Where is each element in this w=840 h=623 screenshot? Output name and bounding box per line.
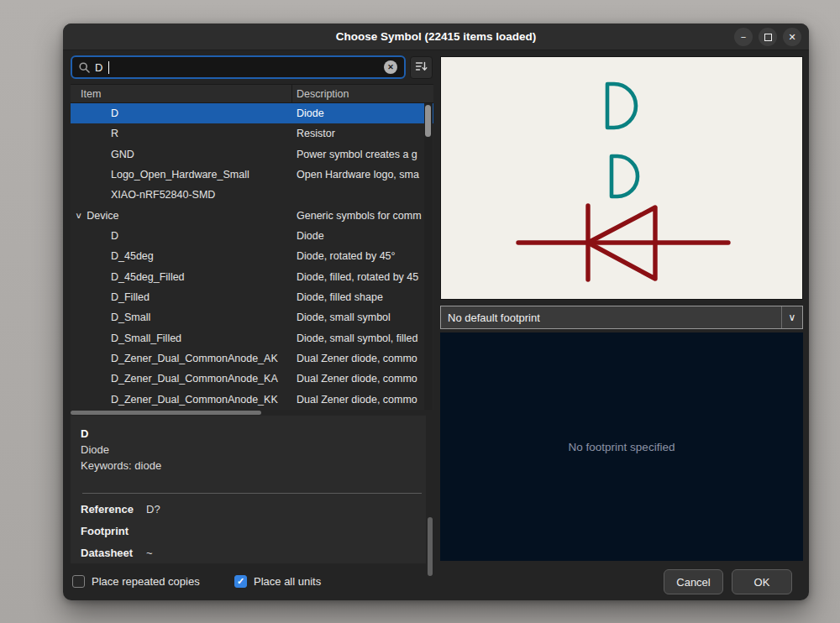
table-row[interactable]: RResistor	[71, 123, 433, 144]
table-row[interactable]: D_Small_FilledDiode, small symbol, fille…	[71, 328, 433, 348]
choose-symbol-dialog: Choose Symbol (22415 items loaded) − ✕ D…	[63, 24, 809, 600]
description-cell: Dual Zener diode, commo	[292, 373, 427, 385]
item-cell: R	[71, 128, 292, 139]
item-cell: XIAO-nRF52840-SMD	[71, 189, 292, 201]
details-scrollbar-thumb[interactable]	[428, 517, 433, 576]
description-cell: Diode, small symbol, filled	[292, 332, 427, 344]
item-label: D_45deg	[111, 250, 154, 262]
search-icon	[79, 62, 90, 73]
tree-vertical-scrollbar-track[interactable]	[424, 103, 433, 410]
table-row[interactable]: GNDPower symbol creates a g	[71, 144, 433, 165]
sort-icon	[415, 60, 428, 76]
close-button[interactable]: ✕	[783, 28, 801, 46]
table-row[interactable]: Logo_Open_Hardware_SmallOpen Hardware lo…	[71, 165, 433, 185]
sort-options-button[interactable]	[410, 56, 433, 79]
table-row[interactable]: D_Zener_Dual_CommonAnode_AKDual Zener di…	[71, 348, 433, 369]
item-label: GND	[111, 149, 134, 160]
item-label: Device	[87, 210, 118, 222]
description-cell: Generic symbols for comm	[292, 210, 427, 222]
table-row[interactable]: D_Zener_Dual_CommonAnode_KKDual Zener di…	[71, 390, 433, 410]
symbol-preview-canvas[interactable]	[440, 56, 803, 300]
item-label: D_Small	[111, 312, 150, 323]
checkbox-label: Place repeated copies	[92, 575, 200, 588]
footprint-select-value: No default footprint	[441, 312, 540, 324]
item-label: D	[111, 107, 118, 119]
clear-search-icon[interactable]: ✕	[384, 60, 397, 74]
tree-expander-icon[interactable]: ∨	[75, 211, 82, 220]
description-cell: Diode, rotated by 45°	[292, 250, 427, 262]
table-row[interactable]: D_45deg_FilledDiode, filled, rotated by …	[71, 267, 433, 287]
field-value: ~	[146, 547, 153, 559]
item-cell: D	[71, 107, 292, 119]
search-input[interactable]: D ✕	[71, 55, 406, 79]
field-label: Reference	[81, 503, 146, 516]
item-cell: D_Small	[71, 312, 292, 323]
maximize-icon	[764, 34, 772, 41]
value-letter	[612, 156, 638, 196]
description-cell: Diode	[292, 107, 427, 119]
description-cell: Open Hardware logo, sma	[292, 169, 427, 181]
column-header-item[interactable]: Item	[71, 85, 292, 102]
detail-field-row: Footprint	[81, 525, 423, 537]
item-cell: ∨Device	[71, 210, 292, 222]
item-label: D_Zener_Dual_CommonAnode_KK	[111, 394, 278, 406]
cancel-button[interactable]: Cancel	[664, 569, 723, 594]
window-controls: − ✕	[734, 28, 801, 46]
item-label: D_Zener_Dual_CommonAnode_AK	[111, 353, 278, 364]
column-header-description[interactable]: Description	[292, 88, 349, 100]
table-row[interactable]: ∨DeviceGeneric symbols for comm	[71, 206, 433, 226]
checkbox-label: Place all units	[254, 575, 321, 588]
item-cell: D_Zener_Dual_CommonAnode_KA	[71, 373, 292, 385]
tree-vertical-scrollbar-thumb[interactable]	[425, 105, 431, 137]
symbol-tree[interactable]: DDiodeRResistorGNDPower symbol creates a…	[71, 103, 433, 410]
item-cell: D_Filled	[71, 291, 292, 303]
item-cell: GND	[71, 149, 292, 160]
table-header: Item Description	[71, 84, 433, 103]
diode-symbol-drawing	[441, 57, 802, 299]
text-cursor	[108, 61, 109, 74]
minimize-icon: −	[741, 33, 746, 42]
search-value: D	[95, 61, 102, 74]
item-cell: D	[71, 230, 292, 242]
place-all-units-checkbox[interactable]: ✓ Place all units	[234, 575, 321, 588]
table-row[interactable]: DDiode	[71, 103, 433, 123]
table-row[interactable]: D_FilledDiode, filled shape	[71, 287, 433, 307]
reference-letter	[607, 84, 636, 128]
footprint-select[interactable]: No default footprint ∨	[440, 306, 803, 329]
item-cell: D_45deg_Filled	[71, 271, 292, 283]
maximize-button[interactable]	[759, 28, 777, 46]
tree-horizontal-scrollbar-thumb[interactable]	[71, 411, 261, 415]
footprint-message: No footprint specified	[569, 441, 675, 453]
item-label: D_Small_Filled	[111, 332, 181, 344]
field-label: Datasheet	[81, 547, 146, 559]
table-row[interactable]: DDiode	[71, 226, 433, 246]
description-cell: Dual Zener diode, commo	[292, 353, 427, 364]
table-row[interactable]: D_SmallDiode, small symbol	[71, 307, 433, 327]
place-repeated-copies-checkbox[interactable]: Place repeated copies	[72, 575, 200, 588]
description-cell: Power symbol creates a g	[292, 149, 427, 160]
detail-fields: ReferenceD?FootprintDatasheet~	[81, 503, 423, 559]
description-cell: Diode	[292, 230, 427, 242]
field-label: Footprint	[81, 525, 146, 537]
item-cell: D_Zener_Dual_CommonAnode_KK	[71, 394, 292, 406]
detail-symbol-description: Diode	[81, 442, 423, 458]
table-row[interactable]: D_45degDiode, rotated by 45°	[71, 246, 433, 266]
table-row[interactable]: XIAO-nRF52840-SMD	[71, 185, 433, 205]
item-cell: Logo_Open_Hardware_Small	[71, 169, 292, 181]
item-cell: D_45deg	[71, 250, 292, 262]
details-divider	[82, 493, 422, 494]
detail-symbol-name: D	[81, 426, 423, 442]
description-cell: Diode, small symbol	[292, 312, 427, 323]
item-label: D_Zener_Dual_CommonAnode_KA	[111, 373, 278, 385]
footprint-preview-canvas[interactable]: No footprint specified	[440, 332, 803, 561]
item-cell: D_Small_Filled	[71, 332, 292, 344]
title-bar[interactable]: Choose Symbol (22415 items loaded) − ✕	[63, 24, 809, 50]
item-label: D_Filled	[111, 291, 150, 303]
ok-button[interactable]: OK	[732, 569, 792, 594]
description-cell: Dual Zener diode, commo	[292, 394, 427, 406]
minimize-button[interactable]: −	[734, 28, 753, 46]
table-row[interactable]: D_Zener_Dual_CommonAnode_KADual Zener di…	[71, 369, 433, 389]
field-value: D?	[146, 503, 160, 516]
item-label: D	[111, 230, 118, 242]
description-cell: Diode, filled shape	[292, 291, 427, 303]
